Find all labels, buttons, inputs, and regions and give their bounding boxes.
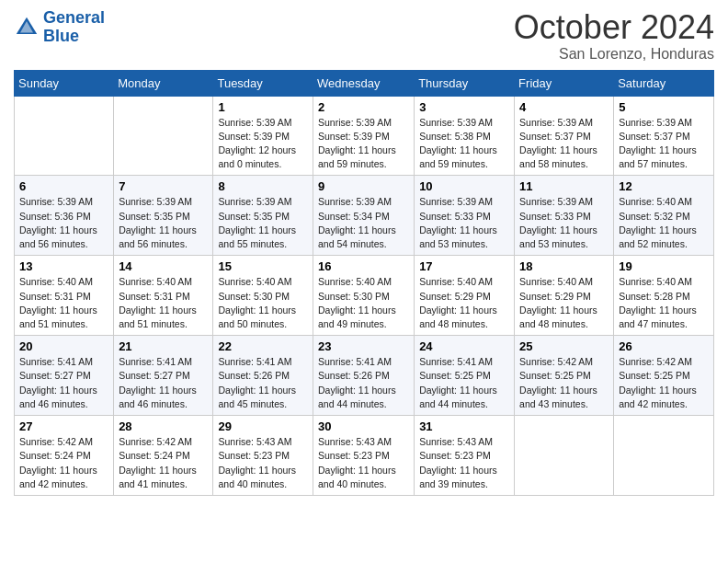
logo-icon xyxy=(14,15,40,40)
day-cell: 7Sunrise: 5:39 AMSunset: 5:35 PMDaylight… xyxy=(114,176,213,256)
day-cell: 25Sunrise: 5:42 AMSunset: 5:25 PMDayligh… xyxy=(515,336,614,416)
day-cell: 20Sunrise: 5:41 AMSunset: 5:27 PMDayligh… xyxy=(15,336,114,416)
week-row-3: 13Sunrise: 5:40 AMSunset: 5:31 PMDayligh… xyxy=(15,256,714,336)
day-cell: 2Sunrise: 5:39 AMSunset: 5:39 PMDaylight… xyxy=(313,96,415,176)
day-cell: 30Sunrise: 5:43 AMSunset: 5:23 PMDayligh… xyxy=(313,416,415,496)
day-number: 1 xyxy=(218,100,308,114)
day-cell: 22Sunrise: 5:41 AMSunset: 5:26 PMDayligh… xyxy=(213,336,313,416)
day-info: Sunrise: 5:39 AMSunset: 5:39 PMDaylight:… xyxy=(218,116,308,172)
day-cell: 3Sunrise: 5:39 AMSunset: 5:38 PMDaylight… xyxy=(415,96,515,176)
day-info: Sunrise: 5:42 AMSunset: 5:25 PMDaylight:… xyxy=(519,355,609,411)
day-cell: 15Sunrise: 5:40 AMSunset: 5:30 PMDayligh… xyxy=(213,256,313,336)
day-number: 18 xyxy=(519,259,609,273)
day-cell: 13Sunrise: 5:40 AMSunset: 5:31 PMDayligh… xyxy=(15,256,114,336)
day-cell: 18Sunrise: 5:40 AMSunset: 5:29 PMDayligh… xyxy=(515,256,614,336)
day-cell: 28Sunrise: 5:42 AMSunset: 5:24 PMDayligh… xyxy=(114,416,213,496)
day-number: 11 xyxy=(519,179,609,193)
col-header-tuesday: Tuesday xyxy=(213,70,313,96)
day-info: Sunrise: 5:41 AMSunset: 5:27 PMDaylight:… xyxy=(119,355,208,411)
day-info: Sunrise: 5:40 AMSunset: 5:29 PMDaylight:… xyxy=(419,275,509,331)
day-cell: 29Sunrise: 5:43 AMSunset: 5:23 PMDayligh… xyxy=(213,416,313,496)
day-info: Sunrise: 5:39 AMSunset: 5:34 PMDaylight:… xyxy=(318,195,409,251)
day-cell xyxy=(614,416,714,496)
day-number: 24 xyxy=(419,339,509,353)
logo-line1: General xyxy=(43,8,105,27)
day-number: 25 xyxy=(519,339,609,353)
day-cell: 9Sunrise: 5:39 AMSunset: 5:34 PMDaylight… xyxy=(313,176,415,256)
day-number: 12 xyxy=(619,179,709,193)
day-number: 23 xyxy=(318,339,409,353)
day-cell: 16Sunrise: 5:40 AMSunset: 5:30 PMDayligh… xyxy=(313,256,415,336)
day-number: 31 xyxy=(419,419,509,433)
day-number: 29 xyxy=(218,419,308,433)
day-number: 14 xyxy=(119,259,208,273)
day-info: Sunrise: 5:39 AMSunset: 5:37 PMDaylight:… xyxy=(519,116,609,172)
day-info: Sunrise: 5:40 AMSunset: 5:30 PMDaylight:… xyxy=(318,275,409,331)
day-info: Sunrise: 5:41 AMSunset: 5:26 PMDaylight:… xyxy=(218,355,308,411)
day-cell: 21Sunrise: 5:41 AMSunset: 5:27 PMDayligh… xyxy=(114,336,213,416)
col-header-monday: Monday xyxy=(114,70,213,96)
day-info: Sunrise: 5:42 AMSunset: 5:25 PMDaylight:… xyxy=(619,355,709,411)
week-row-1: 1Sunrise: 5:39 AMSunset: 5:39 PMDaylight… xyxy=(15,96,714,176)
day-cell: 11Sunrise: 5:39 AMSunset: 5:33 PMDayligh… xyxy=(515,176,614,256)
day-cell: 17Sunrise: 5:40 AMSunset: 5:29 PMDayligh… xyxy=(415,256,515,336)
location-subtitle: San Lorenzo, Honduras xyxy=(514,46,714,63)
page: General Blue October 2024 San Lorenzo, H… xyxy=(0,0,728,563)
day-info: Sunrise: 5:39 AMSunset: 5:33 PMDaylight:… xyxy=(419,195,509,251)
day-cell xyxy=(114,96,213,176)
calendar-header-row: SundayMondayTuesdayWednesdayThursdayFrid… xyxy=(15,70,714,96)
day-cell: 27Sunrise: 5:42 AMSunset: 5:24 PMDayligh… xyxy=(15,416,114,496)
day-number: 28 xyxy=(119,419,208,433)
day-cell: 24Sunrise: 5:41 AMSunset: 5:25 PMDayligh… xyxy=(415,336,515,416)
day-cell: 12Sunrise: 5:40 AMSunset: 5:32 PMDayligh… xyxy=(614,176,714,256)
day-number: 21 xyxy=(119,339,208,353)
day-number: 9 xyxy=(318,179,409,193)
logo: General Blue xyxy=(14,9,105,46)
day-info: Sunrise: 5:42 AMSunset: 5:24 PMDaylight:… xyxy=(19,435,108,491)
day-number: 15 xyxy=(218,259,308,273)
col-header-friday: Friday xyxy=(515,70,614,96)
day-info: Sunrise: 5:40 AMSunset: 5:32 PMDaylight:… xyxy=(619,195,709,251)
day-info: Sunrise: 5:39 AMSunset: 5:35 PMDaylight:… xyxy=(218,195,308,251)
day-cell: 10Sunrise: 5:39 AMSunset: 5:33 PMDayligh… xyxy=(415,176,515,256)
day-info: Sunrise: 5:39 AMSunset: 5:37 PMDaylight:… xyxy=(619,116,709,172)
day-number: 4 xyxy=(519,100,609,114)
day-number: 20 xyxy=(19,339,108,353)
day-info: Sunrise: 5:43 AMSunset: 5:23 PMDaylight:… xyxy=(218,435,308,491)
col-header-saturday: Saturday xyxy=(614,70,714,96)
day-info: Sunrise: 5:40 AMSunset: 5:29 PMDaylight:… xyxy=(519,275,609,331)
day-number: 5 xyxy=(619,100,709,114)
day-number: 13 xyxy=(19,259,108,273)
title-block: October 2024 San Lorenzo, Honduras xyxy=(514,9,714,63)
day-info: Sunrise: 5:39 AMSunset: 5:33 PMDaylight:… xyxy=(519,195,609,251)
day-cell: 1Sunrise: 5:39 AMSunset: 5:39 PMDaylight… xyxy=(213,96,313,176)
day-info: Sunrise: 5:41 AMSunset: 5:26 PMDaylight:… xyxy=(318,355,409,411)
day-number: 7 xyxy=(119,179,208,193)
day-info: Sunrise: 5:41 AMSunset: 5:25 PMDaylight:… xyxy=(419,355,509,411)
day-number: 10 xyxy=(419,179,509,193)
day-number: 30 xyxy=(318,419,409,433)
day-number: 16 xyxy=(318,259,409,273)
day-info: Sunrise: 5:39 AMSunset: 5:35 PMDaylight:… xyxy=(119,195,208,251)
day-cell: 5Sunrise: 5:39 AMSunset: 5:37 PMDaylight… xyxy=(614,96,714,176)
day-cell: 4Sunrise: 5:39 AMSunset: 5:37 PMDaylight… xyxy=(515,96,614,176)
logo-text: General Blue xyxy=(43,9,105,46)
col-header-sunday: Sunday xyxy=(15,70,114,96)
day-number: 17 xyxy=(419,259,509,273)
day-info: Sunrise: 5:40 AMSunset: 5:28 PMDaylight:… xyxy=(619,275,709,331)
day-cell: 26Sunrise: 5:42 AMSunset: 5:25 PMDayligh… xyxy=(614,336,714,416)
day-cell: 14Sunrise: 5:40 AMSunset: 5:31 PMDayligh… xyxy=(114,256,213,336)
day-number: 26 xyxy=(619,339,709,353)
month-title: October 2024 xyxy=(514,9,714,46)
day-info: Sunrise: 5:42 AMSunset: 5:24 PMDaylight:… xyxy=(119,435,208,491)
week-row-2: 6Sunrise: 5:39 AMSunset: 5:36 PMDaylight… xyxy=(15,176,714,256)
day-info: Sunrise: 5:40 AMSunset: 5:30 PMDaylight:… xyxy=(218,275,308,331)
day-number: 6 xyxy=(19,179,108,193)
col-header-wednesday: Wednesday xyxy=(313,70,415,96)
day-cell: 23Sunrise: 5:41 AMSunset: 5:26 PMDayligh… xyxy=(313,336,415,416)
header: General Blue October 2024 San Lorenzo, H… xyxy=(14,9,714,63)
day-info: Sunrise: 5:41 AMSunset: 5:27 PMDaylight:… xyxy=(19,355,108,411)
day-cell: 8Sunrise: 5:39 AMSunset: 5:35 PMDaylight… xyxy=(213,176,313,256)
day-number: 19 xyxy=(619,259,709,273)
day-info: Sunrise: 5:39 AMSunset: 5:36 PMDaylight:… xyxy=(19,195,108,251)
